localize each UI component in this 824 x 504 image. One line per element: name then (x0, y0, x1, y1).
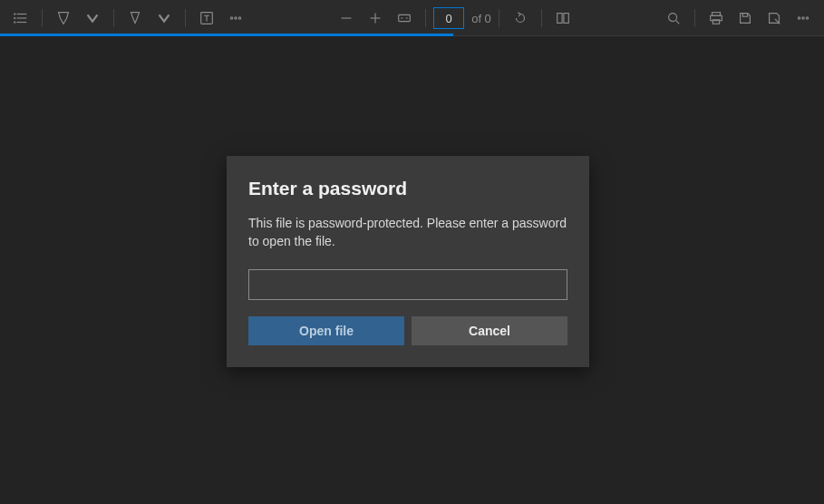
svg-rect-18 (557, 14, 562, 24)
svg-point-5 (15, 22, 15, 23)
text-button[interactable] (193, 5, 220, 32)
separator (694, 9, 695, 27)
rotate-button[interactable] (507, 5, 534, 32)
list-icon (13, 10, 29, 26)
svg-point-4 (15, 17, 15, 18)
page-number-input[interactable] (433, 7, 464, 29)
highlighter-icon (55, 10, 72, 26)
two-page-icon (555, 10, 571, 26)
separator (113, 9, 114, 27)
pdf-toolbar: of 0 (0, 0, 824, 36)
svg-point-27 (798, 17, 800, 19)
svg-point-28 (802, 17, 804, 19)
print-icon (708, 10, 724, 26)
password-dialog: Enter a password This file is password-p… (227, 156, 589, 367)
page-view-button[interactable] (549, 5, 577, 32)
save-icon (737, 10, 753, 26)
save-as-button[interactable] (761, 5, 788, 32)
highlight-button[interactable] (50, 5, 77, 32)
more-right-button[interactable] (790, 5, 817, 32)
separator (499, 9, 499, 27)
text-icon (199, 10, 215, 26)
svg-point-29 (806, 17, 808, 19)
svg-point-10 (235, 17, 237, 19)
svg-rect-19 (564, 14, 568, 24)
contents-button[interactable] (7, 5, 34, 32)
dialog-message: This file is password-protected. Please … (248, 214, 567, 251)
chevron-down-icon (84, 10, 101, 26)
open-file-button[interactable]: Open file (248, 316, 404, 345)
cancel-button[interactable]: Cancel (412, 316, 567, 345)
fit-icon (396, 10, 412, 26)
toolbar-center-group: of 0 (249, 5, 660, 32)
fit-page-button[interactable] (391, 5, 418, 32)
search-button[interactable] (660, 5, 687, 32)
separator (42, 9, 43, 27)
dots-icon (228, 10, 244, 26)
svg-point-9 (230, 17, 232, 19)
chevron-down-icon (156, 10, 172, 26)
save-pen-icon (766, 10, 782, 26)
toolbar-left-group (7, 5, 249, 32)
zoom-in-button[interactable] (362, 5, 389, 32)
dialog-title: Enter a password (248, 178, 567, 199)
rotate-icon (512, 10, 528, 26)
search-icon (665, 10, 682, 26)
password-input[interactable] (248, 269, 567, 300)
svg-rect-25 (742, 14, 747, 17)
separator (425, 9, 426, 27)
dialog-button-row: Open file Cancel (248, 316, 567, 345)
toolbar-right-group (660, 5, 817, 32)
zoom-out-button[interactable] (333, 5, 360, 32)
page-count-label: of 0 (471, 12, 491, 25)
minus-icon (338, 10, 354, 26)
plus-icon (367, 10, 383, 26)
separator (541, 9, 542, 27)
svg-line-21 (676, 21, 680, 24)
draw-dropdown[interactable] (150, 5, 178, 32)
print-button[interactable] (703, 5, 730, 32)
svg-point-20 (669, 14, 677, 22)
highlight-dropdown[interactable] (79, 5, 106, 32)
save-button[interactable] (732, 5, 759, 32)
svg-point-3 (15, 14, 15, 15)
draw-button[interactable] (121, 5, 149, 32)
svg-point-11 (238, 17, 240, 19)
separator (185, 9, 186, 27)
pen-icon (127, 10, 143, 26)
dots-icon (795, 10, 811, 26)
more-left-button[interactable] (222, 5, 249, 32)
svg-rect-15 (399, 15, 411, 21)
